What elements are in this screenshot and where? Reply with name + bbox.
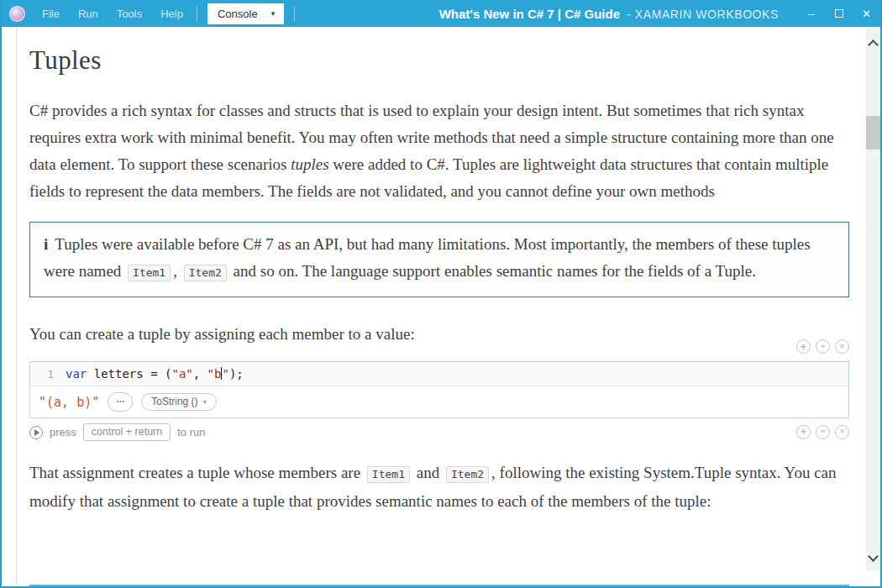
menu-run[interactable]: Run	[69, 8, 108, 20]
scrollbar-thumb[interactable]	[866, 116, 880, 150]
scrollbar	[866, 27, 880, 586]
titlebar-separator	[294, 6, 295, 21]
code-editor[interactable]: 1 var letters = ("a", "b");	[30, 362, 848, 386]
inline-code-item1: Item1	[367, 466, 410, 483]
menu-tools[interactable]: Tools	[108, 8, 151, 20]
expand-result-button[interactable]: ...	[108, 392, 133, 412]
window-title: What's New in C# 7 | C# Guide- XAMARIN W…	[439, 7, 779, 21]
emphasized-text: tuples	[291, 155, 328, 173]
document-title: What's New in C# 7 | C# Guide	[439, 7, 620, 21]
code-line: var letters = ("a", "b");	[66, 367, 244, 381]
workbook-page: Tuples C# provides a rich syntax for cla…	[17, 27, 866, 586]
run-hint: press control + return to run	[29, 423, 205, 441]
next-cell-top-border	[29, 585, 849, 586]
line-number: 1	[39, 368, 54, 381]
note-text: ,	[173, 262, 181, 280]
cell-actions-bottom: + ” ×	[796, 425, 849, 440]
minimize-icon: –	[808, 8, 814, 20]
string-token: "b	[207, 367, 222, 381]
left-gutter	[2, 27, 17, 586]
app-name: - XAMARIN WORKBOOKS	[627, 8, 779, 21]
paragraph-text: That assignment creates a tuple whose me…	[29, 464, 365, 481]
add-cell-icon[interactable]: +	[796, 339, 811, 354]
quote-cell-icon[interactable]: ”	[816, 425, 830, 439]
titlebar: File Run Tools Help Console ▾ What's New…	[2, 0, 880, 27]
workbooks-window: File Run Tools Help Console ▾ What's New…	[0, 0, 882, 588]
close-icon: ✕	[862, 8, 871, 20]
menu-help[interactable]: Help	[151, 8, 192, 20]
code-token: ,	[193, 367, 207, 381]
code-cell: 1 var letters = ("a", "b"); "(a, b)" ...…	[29, 361, 849, 418]
run-button[interactable]	[29, 426, 43, 439]
inline-code-item2: Item2	[446, 466, 489, 483]
scrollbar-track[interactable]	[866, 27, 880, 571]
quote-cell-icon[interactable]: ”	[816, 339, 830, 354]
console-dropdown-value: Console	[218, 8, 258, 20]
chevron-down-icon: ▾	[203, 398, 207, 406]
info-icon: i	[44, 235, 48, 253]
hint-text: press	[50, 426, 76, 438]
window-body: Tuples C# provides a rich syntax for cla…	[2, 27, 880, 586]
window-controls: – ✕	[797, 0, 880, 27]
cell-footer: press control + return to run + ” ×	[29, 423, 849, 441]
console-dropdown[interactable]: Console ▾	[207, 3, 284, 24]
keyword-token: var	[66, 367, 87, 381]
keyboard-shortcut: control + return	[83, 423, 171, 441]
result-value: "(a, b)"	[39, 395, 99, 410]
representation-dropdown[interactable]: ToString () ▾	[141, 393, 216, 411]
page-title: Tuples	[29, 45, 849, 76]
inline-code-item2: Item2	[184, 265, 227, 281]
maximize-button[interactable]	[825, 0, 853, 27]
xamarin-workbooks-logo-icon	[9, 6, 25, 22]
string-token: "	[222, 367, 228, 381]
maximize-icon	[835, 9, 843, 18]
note-text: and so on. The language support enables …	[229, 262, 756, 280]
string-token: "a"	[171, 367, 192, 381]
menu-file[interactable]: File	[33, 8, 69, 20]
hint-text: to run	[177, 426, 205, 438]
code-token: letters = (	[87, 367, 171, 381]
close-button[interactable]: ✕	[853, 0, 880, 27]
representation-label: ToString ()	[151, 396, 197, 407]
titlebar-separator	[197, 6, 197, 21]
code-token: );	[229, 367, 244, 381]
minimize-button[interactable]: –	[797, 0, 825, 27]
note-callout: iTuples were available before C# 7 as an…	[29, 222, 849, 297]
intro-paragraph: C# provides a rich syntax for classes an…	[29, 97, 849, 205]
delete-cell-icon[interactable]: ×	[835, 339, 849, 354]
inline-code-item1: Item1	[128, 265, 171, 281]
add-cell-icon[interactable]: +	[796, 425, 811, 439]
play-icon	[34, 429, 39, 436]
result-row: "(a, b)" ... ToString () ▾	[30, 386, 848, 417]
followup-paragraph: That assignment creates a tuple whose me…	[29, 459, 849, 515]
chevron-down-icon: ▾	[271, 9, 276, 18]
delete-cell-icon[interactable]: ×	[835, 425, 849, 439]
paragraph-text: and	[412, 464, 444, 481]
